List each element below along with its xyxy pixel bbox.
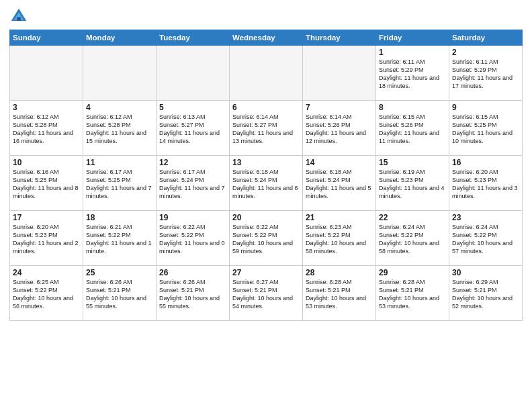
calendar-cell: 15Sunrise: 6:19 AM Sunset: 5:23 PM Dayli… — [376, 156, 449, 211]
dow-header: Tuesday — [157, 30, 230, 46]
day-number: 6 — [232, 103, 300, 112]
calendar-cell: 18Sunrise: 6:21 AM Sunset: 5:22 PM Dayli… — [83, 211, 157, 266]
calendar-cell: 29Sunrise: 6:28 AM Sunset: 5:21 PM Dayli… — [376, 266, 449, 321]
calendar-cell: 10Sunrise: 6:16 AM Sunset: 5:25 PM Dayli… — [10, 156, 83, 211]
calendar-cell: 24Sunrise: 6:25 AM Sunset: 5:22 PM Dayli… — [10, 266, 83, 321]
calendar-cell: 7Sunrise: 6:14 AM Sunset: 5:26 PM Daylig… — [303, 101, 376, 156]
page: SundayMondayTuesdayWednesdayThursdayFrid… — [0, 0, 532, 328]
calendar-cell: 3Sunrise: 6:12 AM Sunset: 5:28 PM Daylig… — [10, 101, 83, 156]
svg-rect-2 — [17, 17, 21, 21]
dow-header: Friday — [376, 30, 449, 46]
calendar-cell — [303, 46, 376, 101]
header — [9, 7, 523, 26]
calendar-week-row: 1Sunrise: 6:11 AM Sunset: 5:29 PM Daylig… — [10, 46, 523, 101]
day-number: 16 — [452, 158, 519, 167]
calendar-week-row: 17Sunrise: 6:20 AM Sunset: 5:23 PM Dayli… — [10, 211, 523, 266]
cell-info: Sunrise: 6:24 AM Sunset: 5:22 PM Dayligh… — [452, 223, 519, 256]
cell-info: Sunrise: 6:18 AM Sunset: 5:24 PM Dayligh… — [306, 168, 373, 201]
calendar-cell: 30Sunrise: 6:29 AM Sunset: 5:21 PM Dayli… — [449, 266, 523, 321]
calendar-cell: 21Sunrise: 6:23 AM Sunset: 5:22 PM Dayli… — [303, 211, 376, 266]
day-number: 2 — [452, 48, 519, 57]
cell-info: Sunrise: 6:27 AM Sunset: 5:21 PM Dayligh… — [232, 278, 300, 311]
cell-info: Sunrise: 6:17 AM Sunset: 5:25 PM Dayligh… — [86, 168, 153, 201]
calendar-cell: 25Sunrise: 6:26 AM Sunset: 5:21 PM Dayli… — [83, 266, 157, 321]
calendar-cell: 11Sunrise: 6:17 AM Sunset: 5:25 PM Dayli… — [83, 156, 157, 211]
dow-header: Wednesday — [230, 30, 303, 46]
cell-info: Sunrise: 6:26 AM Sunset: 5:21 PM Dayligh… — [86, 278, 153, 311]
dow-header: Saturday — [449, 30, 523, 46]
calendar-cell: 17Sunrise: 6:20 AM Sunset: 5:23 PM Dayli… — [10, 211, 83, 266]
calendar-body: 1Sunrise: 6:11 AM Sunset: 5:29 PM Daylig… — [10, 46, 523, 321]
calendar-cell: 5Sunrise: 6:13 AM Sunset: 5:27 PM Daylig… — [157, 101, 230, 156]
day-number: 19 — [159, 213, 226, 222]
cell-info: Sunrise: 6:28 AM Sunset: 5:21 PM Dayligh… — [379, 278, 446, 311]
cell-info: Sunrise: 6:14 AM Sunset: 5:27 PM Dayligh… — [232, 113, 300, 146]
calendar-cell: 27Sunrise: 6:27 AM Sunset: 5:21 PM Dayli… — [230, 266, 303, 321]
calendar-cell: 1Sunrise: 6:11 AM Sunset: 5:29 PM Daylig… — [376, 46, 449, 101]
day-number: 22 — [379, 213, 446, 222]
day-number: 11 — [86, 158, 153, 167]
calendar-cell: 20Sunrise: 6:22 AM Sunset: 5:22 PM Dayli… — [230, 211, 303, 266]
cell-info: Sunrise: 6:15 AM Sunset: 5:25 PM Dayligh… — [452, 113, 519, 146]
day-number: 14 — [306, 158, 373, 167]
dow-header: Monday — [83, 30, 157, 46]
day-number: 4 — [86, 103, 153, 112]
day-number: 12 — [159, 158, 226, 167]
calendar-cell: 28Sunrise: 6:28 AM Sunset: 5:21 PM Dayli… — [303, 266, 376, 321]
calendar-cell — [230, 46, 303, 101]
day-number: 28 — [306, 268, 373, 277]
calendar-cell: 26Sunrise: 6:26 AM Sunset: 5:21 PM Dayli… — [157, 266, 230, 321]
cell-info: Sunrise: 6:25 AM Sunset: 5:22 PM Dayligh… — [13, 278, 80, 311]
logo — [9, 7, 31, 26]
cell-info: Sunrise: 6:22 AM Sunset: 5:22 PM Dayligh… — [232, 223, 300, 256]
day-number: 10 — [13, 158, 80, 167]
calendar-cell: 9Sunrise: 6:15 AM Sunset: 5:25 PM Daylig… — [449, 101, 523, 156]
day-number: 21 — [306, 213, 373, 222]
day-number: 7 — [306, 103, 373, 112]
calendar-cell: 16Sunrise: 6:20 AM Sunset: 5:23 PM Dayli… — [449, 156, 523, 211]
cell-info: Sunrise: 6:11 AM Sunset: 5:29 PM Dayligh… — [452, 58, 519, 91]
cell-info: Sunrise: 6:17 AM Sunset: 5:24 PM Dayligh… — [159, 168, 226, 201]
day-number: 23 — [452, 213, 519, 222]
calendar-cell: 13Sunrise: 6:18 AM Sunset: 5:24 PM Dayli… — [230, 156, 303, 211]
cell-info: Sunrise: 6:21 AM Sunset: 5:22 PM Dayligh… — [86, 223, 153, 256]
day-number: 24 — [13, 268, 80, 277]
dow-header: Thursday — [303, 30, 376, 46]
cell-info: Sunrise: 6:12 AM Sunset: 5:28 PM Dayligh… — [13, 113, 80, 146]
cell-info: Sunrise: 6:11 AM Sunset: 5:29 PM Dayligh… — [379, 58, 446, 91]
day-number: 27 — [232, 268, 300, 277]
day-number: 18 — [86, 213, 153, 222]
day-number: 13 — [232, 158, 300, 167]
calendar-cell — [10, 46, 83, 101]
day-number: 25 — [86, 268, 153, 277]
cell-info: Sunrise: 6:29 AM Sunset: 5:21 PM Dayligh… — [452, 278, 519, 311]
calendar-cell: 6Sunrise: 6:14 AM Sunset: 5:27 PM Daylig… — [230, 101, 303, 156]
day-number: 30 — [452, 268, 519, 277]
calendar-cell: 19Sunrise: 6:22 AM Sunset: 5:22 PM Dayli… — [157, 211, 230, 266]
cell-info: Sunrise: 6:24 AM Sunset: 5:22 PM Dayligh… — [379, 223, 446, 256]
cell-info: Sunrise: 6:18 AM Sunset: 5:24 PM Dayligh… — [232, 168, 300, 201]
calendar-week-row: 3Sunrise: 6:12 AM Sunset: 5:28 PM Daylig… — [10, 101, 523, 156]
calendar-week-row: 10Sunrise: 6:16 AM Sunset: 5:25 PM Dayli… — [10, 156, 523, 211]
cell-info: Sunrise: 6:16 AM Sunset: 5:25 PM Dayligh… — [13, 168, 80, 201]
dow-header: Sunday — [10, 30, 83, 46]
calendar-cell: 4Sunrise: 6:12 AM Sunset: 5:28 PM Daylig… — [83, 101, 157, 156]
calendar-week-row: 24Sunrise: 6:25 AM Sunset: 5:22 PM Dayli… — [10, 266, 523, 321]
calendar-cell: 22Sunrise: 6:24 AM Sunset: 5:22 PM Dayli… — [376, 211, 449, 266]
cell-info: Sunrise: 6:15 AM Sunset: 5:26 PM Dayligh… — [379, 113, 446, 146]
calendar-cell — [83, 46, 157, 101]
cell-info: Sunrise: 6:12 AM Sunset: 5:28 PM Dayligh… — [86, 113, 153, 146]
day-number: 3 — [13, 103, 80, 112]
cell-info: Sunrise: 6:14 AM Sunset: 5:26 PM Dayligh… — [306, 113, 373, 146]
day-number: 9 — [452, 103, 519, 112]
cell-info: Sunrise: 6:20 AM Sunset: 5:23 PM Dayligh… — [13, 223, 80, 256]
calendar-table: SundayMondayTuesdayWednesdayThursdayFrid… — [9, 30, 523, 321]
day-number: 29 — [379, 268, 446, 277]
calendar-cell — [157, 46, 230, 101]
cell-info: Sunrise: 6:13 AM Sunset: 5:27 PM Dayligh… — [159, 113, 226, 146]
cell-info: Sunrise: 6:23 AM Sunset: 5:22 PM Dayligh… — [306, 223, 373, 256]
day-number: 15 — [379, 158, 446, 167]
calendar-cell: 2Sunrise: 6:11 AM Sunset: 5:29 PM Daylig… — [449, 46, 523, 101]
calendar-cell: 8Sunrise: 6:15 AM Sunset: 5:26 PM Daylig… — [376, 101, 449, 156]
day-number: 8 — [379, 103, 446, 112]
